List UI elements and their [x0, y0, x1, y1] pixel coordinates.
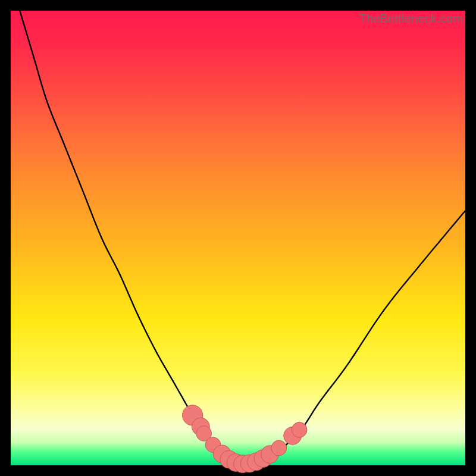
- outer-frame: TheBottleneck.com: [0, 0, 476, 476]
- curve-marker: [292, 422, 307, 438]
- curve-marker: [271, 440, 287, 456]
- bottleneck-curve: [20, 11, 465, 466]
- plot-area: [11, 11, 465, 465]
- curve-markers: [182, 405, 306, 473]
- watermark-text: TheBottleneck.com: [359, 12, 463, 26]
- curve-svg: [11, 11, 465, 465]
